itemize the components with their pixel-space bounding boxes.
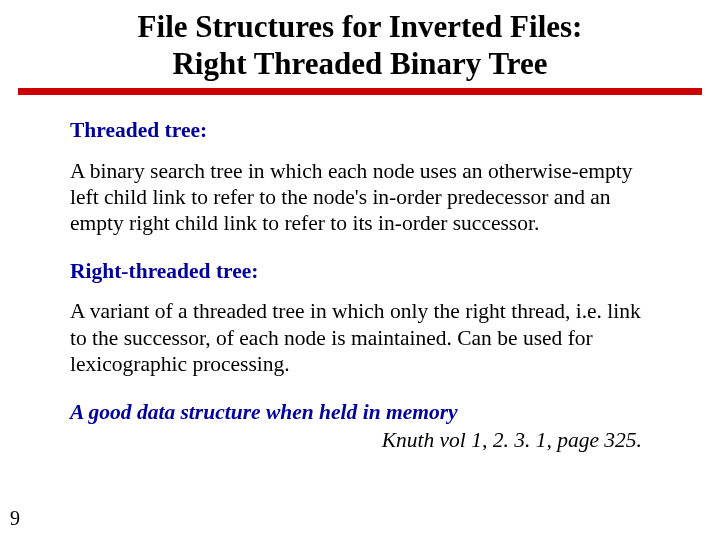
slide: File Structures for Inverted Files: Righ… <box>0 0 720 540</box>
section-body-right-threaded: A variant of a threaded tree in which on… <box>70 298 650 377</box>
page-number: 9 <box>10 507 20 530</box>
footer-note: A good data structure when held in memor… <box>70 399 650 425</box>
section-heading-right-threaded: Right-threaded tree: <box>70 258 650 284</box>
section-body-threaded: A binary search tree in which each node … <box>70 158 650 237</box>
title-underline <box>18 88 702 95</box>
section-heading-threaded: Threaded tree: <box>70 117 650 143</box>
title-line-2: Right Threaded Binary Tree <box>172 46 547 81</box>
title-line-1: File Structures for Inverted Files: <box>138 9 583 44</box>
slide-content: Threaded tree: A binary search tree in w… <box>0 95 720 453</box>
slide-title: File Structures for Inverted Files: Righ… <box>0 0 720 88</box>
citation: Knuth vol 1, 2. 3. 1, page 325. <box>70 427 650 453</box>
